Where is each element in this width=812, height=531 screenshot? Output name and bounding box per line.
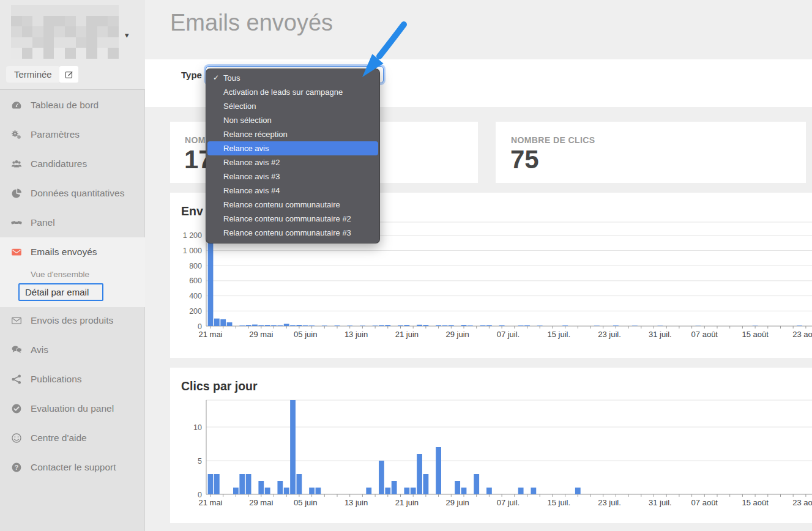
logo-pixel (43, 5, 54, 16)
sidebar-item-label: Envois des produits (31, 315, 113, 325)
sidebar-item-parametres[interactable]: Paramètres (0, 120, 145, 149)
logo-pixel (108, 16, 119, 27)
sidebar: ▾ Terminée Tableau de bordParamètresCand… (0, 0, 145, 531)
logo-pixel (108, 26, 119, 37)
sidebar-item-label: Emails envoyés (31, 247, 97, 257)
logo-pixel (43, 48, 54, 59)
logo-pixel (32, 37, 43, 48)
sidebar-item-avis[interactable]: Avis (0, 335, 145, 365)
logo-pixel (76, 5, 87, 16)
caret-down-icon[interactable]: ▾ (125, 31, 129, 40)
dropdown-option-relance-contenu-communautaire-2[interactable]: Relance contenu communautaire #2 (207, 212, 378, 226)
logo-pixel (11, 37, 22, 48)
svg-text:21 juin: 21 juin (395, 330, 419, 339)
svg-text:31 juil.: 31 juil. (649, 498, 672, 507)
comments-icon (11, 344, 22, 355)
logo-pixel (22, 16, 33, 27)
svg-text:800: 800 (189, 262, 202, 270)
logo-pixel (54, 5, 65, 16)
type-filter-label: Type (181, 67, 202, 84)
dropdown-option-relance-contenu-communautaire[interactable]: Relance contenu communautaire (207, 198, 378, 212)
sidebar-item-label: Avis (31, 344, 48, 355)
dropdown-option-non-selection[interactable]: Non sélection (207, 113, 378, 127)
logo-pixel (54, 26, 65, 37)
chart-title: Env (181, 204, 203, 218)
sidebar-item-publications[interactable]: Publications (0, 365, 145, 394)
svg-text:29 mai: 29 mai (249, 330, 273, 339)
gears-icon (11, 129, 22, 140)
sidebar-item-label: Données quantitatives (31, 188, 124, 198)
share-icon (11, 374, 22, 385)
dropdown-option-selection[interactable]: Sélection (207, 99, 378, 113)
sidebar-item-contacter-le-support[interactable]: ?Contacter le support (0, 453, 145, 482)
stat-card-clicks: NOMBRE DE CLICS 75 (496, 122, 806, 183)
sidebar-item-tableau-de-bord[interactable]: Tableau de bord (0, 91, 145, 120)
sidebar-header: ▾ Terminée (0, 0, 145, 90)
svg-text:15 juil.: 15 juil. (547, 330, 570, 339)
logo-pixel (65, 37, 76, 48)
svg-text:21 mai: 21 mai (198, 498, 222, 507)
svg-text:13 juin: 13 juin (345, 498, 368, 507)
svg-text:400: 400 (189, 292, 202, 300)
logo-pixel (32, 48, 43, 59)
dropdown-option-relance-avis-4[interactable]: Relance avis #4 (207, 184, 378, 198)
logo-pixel (97, 5, 108, 16)
dropdown-option-relance-contenu-communautaire-3[interactable]: Relance contenu communautaire #3 (207, 226, 378, 240)
svg-text:07 juil.: 07 juil. (497, 330, 520, 339)
logo-pixel (11, 48, 22, 59)
logo-pixel (86, 16, 97, 27)
sidebar-item-evaluation-du-panel[interactable]: Evaluation du panel (0, 394, 145, 423)
sidebar-item-centre-d-aide[interactable]: Centre d'aide (0, 423, 145, 453)
logo-pixel (65, 5, 76, 16)
dropdown-option-activation-de-leads-sur-campagne[interactable]: Activation de leads sur campagne (207, 85, 378, 99)
logo-pixel (65, 48, 76, 59)
svg-text:10: 10 (193, 423, 202, 432)
logo-pixel (32, 5, 43, 16)
dropdown-option-relance-avis-3[interactable]: Relance avis #3 (207, 169, 378, 184)
sidebar-item-panel[interactable]: Panel (0, 208, 145, 237)
sidebar-item-label: Centre d'aide (31, 433, 87, 443)
svg-text:29 juin: 29 juin (445, 330, 469, 339)
svg-text:1 000: 1 000 (183, 247, 202, 255)
sidebar-subitem-detail-par-email[interactable]: Détail par email (18, 283, 103, 301)
svg-text:31 juil.: 31 juil. (649, 330, 672, 339)
status-badge: Terminée (6, 66, 60, 83)
logo-pixel (108, 37, 119, 48)
sidebar-item-envois-des-produits[interactable]: Envois des produits (0, 306, 145, 335)
sidebar-item-candidatures[interactable]: Candidatures (0, 149, 145, 179)
dropdown-option-label: Relance avis #2 (223, 158, 280, 167)
dropdown-option-label: Non sélection (223, 116, 272, 125)
type-dropdown-menu: ✓TousActivation de leads sur campagneSél… (206, 69, 380, 243)
svg-text:05 juin: 05 juin (294, 498, 317, 507)
sidebar-item-donnees-quantitatives[interactable]: Données quantitatives (0, 179, 145, 208)
dropdown-option-label: Relance avis #3 (223, 172, 280, 181)
dropdown-option-label: Relance réception (223, 130, 288, 139)
sidebar-subitem-vue-densemble[interactable]: Vue d'ensemble (31, 267, 141, 283)
page-title: Emails envoyés (170, 10, 333, 36)
dropdown-option-relance-reception[interactable]: Relance réception (207, 127, 378, 141)
logo-pixel (32, 16, 43, 27)
dropdown-option-label: Relance contenu communautaire #3 (223, 228, 351, 237)
dropdown-option-label: Relance contenu communautaire (223, 200, 340, 209)
logo-pixel (86, 26, 97, 37)
sidebar-item-label: Contacter le support (31, 462, 116, 472)
dropdown-option-tous[interactable]: ✓Tous (207, 71, 378, 85)
logo-pixel (54, 37, 65, 48)
app-window: ▾ Terminée Tableau de bordParamètresCand… (0, 0, 812, 531)
svg-text:15 juil.: 15 juil. (547, 498, 570, 507)
logo-pixel (76, 16, 87, 27)
edit-button[interactable] (59, 66, 78, 83)
logo-pixel (108, 5, 119, 16)
sidebar-item-emails-envoyes[interactable]: Emails envoyés (0, 237, 145, 267)
logo-pixel (54, 48, 65, 59)
logo-pixel (86, 48, 97, 59)
dropdown-option-relance-avis[interactable]: Relance avis (207, 141, 378, 155)
logo-pixel (22, 5, 33, 16)
dropdown-option-relance-avis-2[interactable]: Relance avis #2 (207, 155, 378, 169)
dropdown-option-label: Relance contenu communautaire #2 (223, 214, 351, 223)
pie-chart-icon (11, 188, 22, 199)
logo-pixel (97, 48, 108, 59)
clics-bar-chart: 051021 mai29 mai05 juin13 juin21 juin29 … (170, 368, 812, 523)
svg-text:07 août: 07 août (691, 330, 718, 339)
logo-pixel (65, 16, 76, 27)
